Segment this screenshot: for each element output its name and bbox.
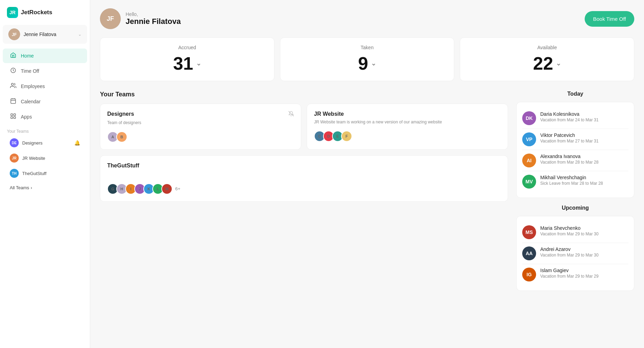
- chevron-down-icon: ⌄: [78, 32, 82, 37]
- list-item: AA Andrei Azarov Vacation from Mar 29 to…: [522, 243, 628, 264]
- sidebar-item-calendar[interactable]: Calendar: [3, 94, 87, 109]
- accrued-value: 31 ⌄: [109, 53, 266, 74]
- svg-rect-4: [11, 99, 16, 104]
- bell-icon: 🔔: [74, 140, 80, 146]
- svg-rect-5: [11, 114, 12, 115]
- stat-card-accrued[interactable]: Accrued 31 ⌄: [100, 37, 274, 81]
- svg-text:JF: JF: [107, 15, 114, 22]
- your-teams-title: Your Teams: [100, 91, 508, 98]
- taken-label: Taken: [289, 45, 446, 50]
- sidebar-team-designers-label: Designers: [22, 140, 43, 146]
- teams-section: Your Teams Designers Team of designers A…: [100, 91, 508, 298]
- activity-desc: Sick Leave from Mar 28 to Mar 28: [540, 181, 603, 186]
- person-name: Andrei Azarov: [540, 246, 599, 252]
- upcoming-card: MS Maria Shevchenko Vacation from Mar 29…: [516, 216, 634, 291]
- svg-text:JF: JF: [12, 32, 17, 37]
- stats-row: Accrued 31 ⌄ Taken 9 ⌄ Available 22 ⌄: [100, 37, 634, 81]
- team-card-designers-desc: Team of designers: [107, 120, 294, 126]
- sidebar-item-time-off-label: Time Off: [21, 68, 39, 74]
- svg-rect-8: [14, 117, 16, 119]
- user-profile[interactable]: JF Jennie Filatova ⌄: [3, 25, 87, 44]
- right-panel: Today DK Daria Kolesnikova Vacation from…: [516, 91, 634, 298]
- sidebar-item-employees[interactable]: Employees: [3, 79, 87, 94]
- taken-value: 9 ⌄: [289, 53, 446, 74]
- activity-desc: Vacation from Mar 24 to Mar 31: [540, 118, 599, 122]
- sidebar-team-jr-website[interactable]: JR JR Website: [3, 151, 87, 165]
- all-teams-label: All Teams: [10, 185, 29, 190]
- activity-desc: Vacation from Mar 28 to Mar 28: [540, 160, 599, 165]
- your-teams-section-label: Your Teams: [0, 125, 90, 135]
- team-card-th-header: TheGutStuff: [107, 163, 501, 169]
- team-card-jr-name: JR Website: [314, 111, 344, 117]
- hello-label: Hello,: [126, 11, 181, 17]
- sidebar-item-home-label: Home: [21, 53, 34, 59]
- sidebar-team-designers[interactable]: DE Designers 🔔: [3, 136, 87, 150]
- available-chevron-icon: ⌄: [556, 60, 561, 67]
- avatar: MS: [522, 225, 536, 239]
- list-item: VP Viktor Patcevich Vacation from Mar 27…: [522, 129, 628, 150]
- team-card-designers-header: Designers: [107, 111, 294, 118]
- svg-line-11: [289, 111, 294, 116]
- activity-desc: Vacation from Mar 29 to Mar 30: [540, 232, 599, 236]
- user-full-name: Jennie Filatova: [126, 17, 181, 26]
- app-logo: JR JetRockets: [0, 7, 90, 25]
- sidebar-item-home[interactable]: Home: [3, 49, 87, 63]
- user-name: Jennie Filatova: [24, 32, 75, 37]
- stat-card-available[interactable]: Available 22 ⌄: [460, 37, 634, 81]
- accrued-chevron-icon: ⌄: [196, 60, 201, 67]
- list-item: IG Islam Gagiev Vacation from Mar 29 to …: [522, 264, 628, 285]
- person-name: Islam Gagiev: [540, 268, 599, 273]
- avatar: DK: [522, 111, 536, 125]
- team-card-designers-name: Designers: [107, 111, 134, 117]
- svg-rect-6: [14, 114, 16, 115]
- sidebar-item-calendar-label: Calendar: [21, 99, 41, 104]
- avatar: AI: [522, 154, 536, 167]
- activity-desc: Vacation from Mar 29 to Mar 29: [540, 274, 599, 279]
- team-card-jr-website[interactable]: JR Website JR Website team is working on…: [307, 104, 508, 150]
- nav-section: Home Time Off Employees Calendar Apps: [0, 48, 90, 125]
- upcoming-title: Upcoming: [516, 205, 634, 211]
- today-title: Today: [516, 91, 634, 97]
- list-item: DK Daria Kolesnikova Vacation from Mar 2…: [522, 108, 628, 129]
- time-off-icon: [10, 67, 17, 75]
- sidebar-team-thegutstuff[interactable]: TH TheGutStuff: [3, 166, 87, 181]
- book-time-off-button[interactable]: Book Time Off: [585, 11, 634, 27]
- designers-members: A B: [107, 131, 294, 142]
- sidebar-team-jr-website-label: JR Website: [22, 156, 45, 161]
- svg-point-3: [11, 83, 14, 85]
- all-teams-link[interactable]: All Teams ›: [3, 182, 87, 194]
- avatar: VP: [522, 132, 536, 146]
- svg-rect-7: [11, 117, 12, 119]
- person-name: Alexandra Ivanova: [540, 154, 599, 159]
- teams-grid: Designers Team of designers A B JR Websi…: [100, 104, 508, 202]
- chevron-right-icon: ›: [31, 185, 32, 190]
- team-card-designers[interactable]: Designers Team of designers A B: [100, 104, 301, 150]
- jr-members: C D E F: [314, 131, 501, 142]
- team-card-jr-desc: JR Website team is working on a new vers…: [314, 119, 501, 125]
- stat-card-taken[interactable]: Taken 9 ⌄: [280, 37, 455, 81]
- team-card-th-desc: [107, 171, 501, 178]
- content-grid: Your Teams Designers Team of designers A…: [100, 91, 634, 298]
- logo-icon: JR: [7, 7, 18, 18]
- person-name: Daria Kolesnikova: [540, 111, 599, 117]
- accrued-label: Accrued: [109, 45, 266, 50]
- avatar: IG: [522, 268, 536, 281]
- available-value: 22 ⌄: [468, 53, 626, 74]
- user-greeting: JF Hello, Jennie Filatova: [100, 8, 181, 29]
- th-members: G H I J K L M 6+: [107, 183, 501, 194]
- apps-icon: [10, 113, 17, 121]
- avatar: AA: [522, 246, 536, 260]
- member-avatar: F: [341, 131, 352, 142]
- team-card-thegutstuff[interactable]: TheGutStuff G H I J K L M 6+: [100, 155, 508, 202]
- employees-icon: [10, 82, 17, 90]
- list-item: MS Maria Shevchenko Vacation from Mar 29…: [522, 222, 628, 243]
- team-badge-jr: JR: [10, 154, 19, 163]
- today-card: DK Daria Kolesnikova Vacation from Mar 2…: [516, 102, 634, 198]
- more-count: 6+: [175, 183, 180, 194]
- team-card-jr-header: JR Website: [314, 111, 501, 117]
- sidebar-item-apps[interactable]: Apps: [3, 110, 87, 124]
- taken-chevron-icon: ⌄: [371, 60, 376, 67]
- team-card-th-name: TheGutStuff: [107, 163, 139, 169]
- sidebar-item-time-off[interactable]: Time Off: [3, 64, 87, 78]
- activity-desc: Vacation from Mar 29 to Mar 30: [540, 253, 599, 258]
